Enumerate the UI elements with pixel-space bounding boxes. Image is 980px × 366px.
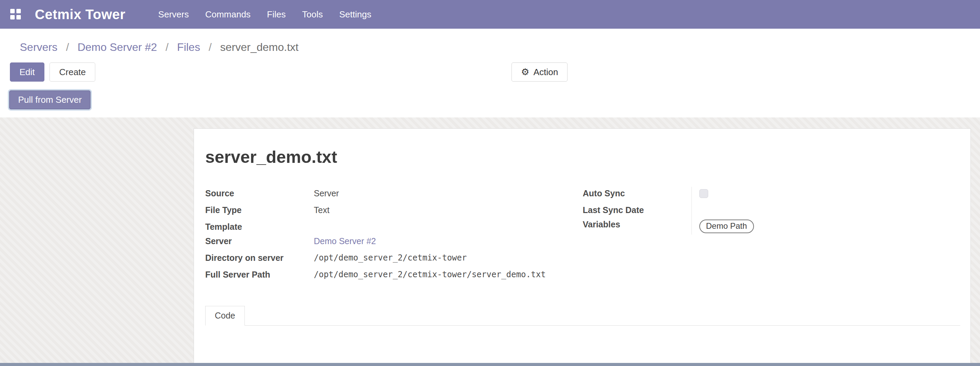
create-button[interactable]: Create bbox=[49, 62, 95, 81]
breadcrumb-separator: / bbox=[66, 41, 69, 53]
field-column-right: Auto Sync Last Sync Date Variables Demo … bbox=[583, 187, 961, 285]
field-row-server: Server Demo Server #2 bbox=[205, 235, 583, 251]
field-row-directory: Directory on server /opt/demo_server_2/c… bbox=[205, 251, 583, 268]
pull-from-server-button[interactable]: Pull from Server bbox=[9, 91, 91, 109]
field-label: Template bbox=[205, 220, 314, 235]
field-row-template: Template bbox=[205, 220, 583, 235]
menu-item-tools[interactable]: Tools bbox=[294, 0, 331, 29]
main-menu: Servers Commands Files Tools Settings bbox=[150, 0, 379, 29]
form-sheet: server_demo.txt Source Server File Type … bbox=[194, 128, 971, 366]
menu-item-commands[interactable]: Commands bbox=[197, 0, 259, 29]
notebook: Code bbox=[205, 306, 960, 326]
field-value-file-type: Text bbox=[314, 204, 329, 220]
header-buttons-row: Pull from Server bbox=[0, 82, 980, 118]
breadcrumb: Servers / Demo Server #2 / Files / serve… bbox=[0, 29, 980, 54]
breadcrumb-current-file: server_demo.txt bbox=[220, 41, 298, 53]
field-row-file-type: File Type Text bbox=[205, 204, 583, 220]
field-row-variables: Variables Demo Path bbox=[583, 218, 961, 235]
apps-grid-icon[interactable] bbox=[10, 9, 21, 20]
apps-grid-square bbox=[16, 9, 21, 13]
action-button-label: Action bbox=[533, 67, 558, 78]
field-value-full-path: /opt/demo_server_2/cetmix-tower/server_d… bbox=[314, 268, 546, 285]
field-value-directory: /opt/demo_server_2/cetmix-tower bbox=[314, 251, 467, 268]
top-navbar: Cetmix Tower Servers Commands Files Tool… bbox=[0, 0, 980, 29]
menu-item-settings[interactable]: Settings bbox=[331, 0, 379, 29]
tab-bar: Code bbox=[205, 306, 960, 326]
brand-title[interactable]: Cetmix Tower bbox=[35, 7, 125, 22]
field-label: Auto Sync bbox=[583, 187, 692, 204]
edit-button[interactable]: Edit bbox=[10, 62, 45, 81]
field-label: Server bbox=[205, 235, 314, 251]
bottom-edge-strip bbox=[0, 363, 980, 366]
gear-icon: ⚙ bbox=[521, 68, 529, 77]
field-label: Full Server Path bbox=[205, 268, 314, 285]
tab-code[interactable]: Code bbox=[205, 306, 245, 326]
control-panel-buttons: Edit Create ⚙ Action bbox=[0, 54, 980, 82]
field-widget-auto-sync bbox=[692, 187, 961, 204]
breadcrumb-link-servers[interactable]: Servers bbox=[20, 41, 57, 53]
apps-grid-square bbox=[10, 9, 15, 13]
content-area: server_demo.txt Source Server File Type … bbox=[0, 118, 980, 366]
breadcrumb-separator: / bbox=[208, 41, 212, 53]
field-label: Last Sync Date bbox=[583, 204, 692, 218]
field-label: Directory on server bbox=[205, 251, 314, 268]
apps-grid-square bbox=[16, 15, 21, 19]
menu-item-servers[interactable]: Servers bbox=[150, 0, 197, 29]
field-value-source: Server bbox=[314, 187, 339, 204]
field-row-full-path: Full Server Path /opt/demo_server_2/cetm… bbox=[205, 268, 583, 285]
apps-grid-square bbox=[10, 15, 15, 19]
variable-tag-demo-path: Demo Path bbox=[699, 220, 754, 233]
breadcrumb-link-files[interactable]: Files bbox=[177, 41, 200, 53]
field-label: Variables bbox=[583, 218, 692, 235]
field-row-last-sync-date: Last Sync Date bbox=[583, 204, 961, 218]
field-row-auto-sync: Auto Sync bbox=[583, 187, 961, 204]
field-row-source: Source Server bbox=[205, 187, 583, 204]
field-widget-last-sync-date bbox=[692, 204, 961, 218]
menu-item-files[interactable]: Files bbox=[259, 0, 294, 29]
field-label: Source bbox=[205, 187, 314, 204]
field-label: File Type bbox=[205, 204, 314, 220]
breadcrumb-link-demo-server-2[interactable]: Demo Server #2 bbox=[78, 41, 157, 53]
auto-sync-checkbox[interactable] bbox=[699, 189, 708, 198]
breadcrumb-separator: / bbox=[165, 41, 169, 53]
form-title: server_demo.txt bbox=[205, 147, 960, 167]
field-widget-variables: Demo Path bbox=[692, 218, 961, 235]
field-group: Source Server File Type Text Template Se… bbox=[205, 187, 960, 285]
server-link[interactable]: Demo Server #2 bbox=[314, 235, 376, 251]
action-button[interactable]: ⚙ Action bbox=[512, 62, 568, 81]
field-column-left: Source Server File Type Text Template Se… bbox=[205, 187, 583, 285]
